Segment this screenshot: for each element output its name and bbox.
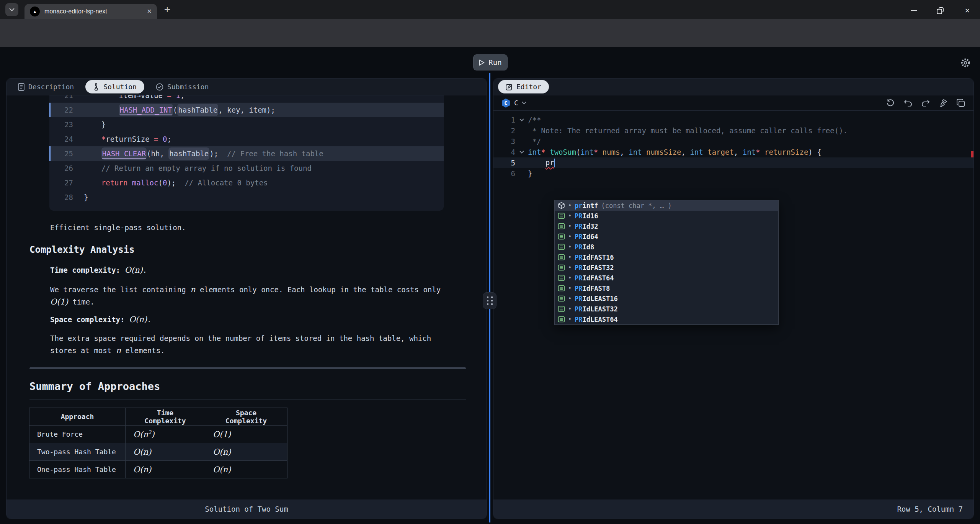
autocomplete-popup: •printf(const char *, … )•PRId16•PRId32•… [554,200,779,325]
browser-toolbar: localhost:3000/playground ☆ f [0,19,980,47]
suggest-item[interactable]: •printf(const char *, … ) [555,200,778,211]
settings-gear-icon[interactable] [959,57,972,69]
line-text: } [73,193,88,201]
table-cell: O(n) [126,443,205,461]
editor-tabbar: Editor [493,79,973,95]
undo-button[interactable] [903,98,913,108]
tab-description[interactable]: Description [18,83,74,91]
reset-code-button[interactable] [885,98,895,108]
editor-line[interactable]: 5 pr [493,157,973,168]
table-cell: O(n) [205,443,287,461]
line-text: HASH_ADD_INT(hashTable, key, item); [73,106,275,114]
run-button[interactable]: Run [473,54,508,70]
redo-button[interactable] [921,98,931,108]
play-icon [479,59,485,66]
line-number: 23 [49,120,73,129]
suggest-item[interactable]: •PRIdLEAST64 [555,314,778,324]
editor-line[interactable]: 6} [493,168,973,179]
window-minimize-button[interactable] [905,5,922,16]
function-suggestion-icon [558,202,565,209]
tab-close-icon[interactable]: × [147,7,152,16]
editor-footer: Row 5, Column 7 [493,499,973,519]
line-number: 28 [49,193,73,201]
text-suggestion-icon [558,305,565,313]
splitter-grip-handle[interactable] [483,292,497,309]
intro-paragraph: Efficient single-pass solution. [50,221,458,234]
window-close-button[interactable]: × [959,5,976,16]
line-text: } [73,120,106,129]
text-suggestion-icon [558,285,565,292]
line-text: // Return an empty array if no solution … [73,164,312,172]
text-suggestion-icon [558,316,565,323]
table-cell: O(n) [126,461,205,478]
solution-content: 21 item→value = 1;22 HASH_ADD_INT(hashTa… [7,95,487,500]
playground-page: Run Description Solution Submission 21 i… [0,47,980,524]
fold-chevron-icon[interactable] [515,151,528,153]
edit-pencil-icon [506,84,513,90]
editor-line-number: 2 [493,126,515,135]
run-label: Run [488,58,501,67]
editor-line-text: */ [528,137,541,146]
code-line: 27 return malloc(0); // Allocate 0 bytes [49,175,444,190]
editor-line-number: 6 [493,169,515,178]
tab-editor[interactable]: Editor [498,80,549,93]
editor-toolbar: C C [493,95,973,111]
suggest-item[interactable]: •PRId32 [555,221,778,231]
line-text: return malloc(0); // Allocate 0 bytes [73,178,268,187]
tab-solution[interactable]: Solution [85,80,144,93]
suggest-item[interactable]: •PRIdFAST8 [555,283,778,293]
text-suggestion-icon [558,254,565,261]
editor-line-number: 1 [493,116,515,124]
suggest-item[interactable]: •PRIdLEAST16 [555,293,778,304]
table-row: Two-pass Hash TableO(n)O(n) [29,443,287,461]
format-code-button[interactable] [938,98,948,108]
new-tab-button[interactable]: + [161,3,174,16]
editor-line[interactable]: 3 */ [493,136,973,147]
line-number: 27 [49,178,73,187]
table-header: Time Complexity [126,408,205,426]
text-suggestion-icon [558,212,565,219]
table-header: Approach [29,408,126,426]
browser-titlebar: ▲ monaco-editor-lsp-next × + × [0,0,980,19]
text-suggestion-icon [558,295,565,302]
problem-tabbar: Description Solution Submission [7,79,487,95]
editor-line-text: * Note: The returned array must be mallo… [528,126,848,135]
code-line: 21 item→value = 1; [49,95,444,103]
editor-line[interactable]: 1/** [493,115,973,125]
editor-line[interactable]: 2 * Note: The returned array must be mal… [493,125,973,136]
language-selector[interactable]: C C [501,98,526,108]
monaco-editor[interactable]: •printf(const char *, … )•PRId16•PRId32•… [493,111,973,500]
code-line: 22 HASH_ADD_INT(hashTable, key, item); [49,103,444,117]
suggest-item[interactable]: •PRId16 [555,211,778,221]
editor-line-text: /** [528,116,541,124]
editor-line-number: 5 [493,159,515,167]
flask-icon [93,83,100,91]
svg-text:C: C [504,100,507,106]
code-line: 28} [49,190,444,205]
text-suggestion-icon [558,223,565,230]
suggest-item[interactable]: •PRIdFAST16 [555,252,778,262]
fold-chevron-icon[interactable] [515,119,528,121]
code-line: 26 // Return an empty array if no soluti… [49,161,444,175]
tab-label: Editor [516,83,541,91]
table-cell: O(n2) [126,426,205,443]
copy-code-button[interactable] [956,98,966,108]
browser-tab[interactable]: ▲ monaco-editor-lsp-next × [24,4,157,19]
solution-code-block: 21 item→value = 1;22 HASH_ADD_INT(hashTa… [49,95,444,211]
suggest-item[interactable]: •PRIdFAST64 [555,273,778,283]
tab-title: monaco-editor-lsp-next [44,8,144,15]
text-suggestion-icon [558,233,565,240]
editor-line[interactable]: 4int* twoSum(int* nums, int numsSize, in… [493,147,973,157]
tab-search-button[interactable] [5,3,18,16]
check-circle-icon [156,83,163,91]
suggest-item[interactable]: •PRId64 [555,231,778,242]
tab-submission[interactable]: Submission [156,83,209,91]
suggest-item[interactable]: •PRIdLEAST32 [555,304,778,314]
window-restore-button[interactable] [932,5,949,16]
suggest-item[interactable]: •PRId8 [555,242,778,252]
suggest-item[interactable]: •PRIdFAST32 [555,262,778,273]
editor-line-text: pr [528,158,555,167]
complexity-heading: Complexity Analysis [29,244,135,255]
cursor-position-text: Row 5, Column 7 [897,505,963,513]
table-cell: One-pass Hash Table [29,461,126,478]
